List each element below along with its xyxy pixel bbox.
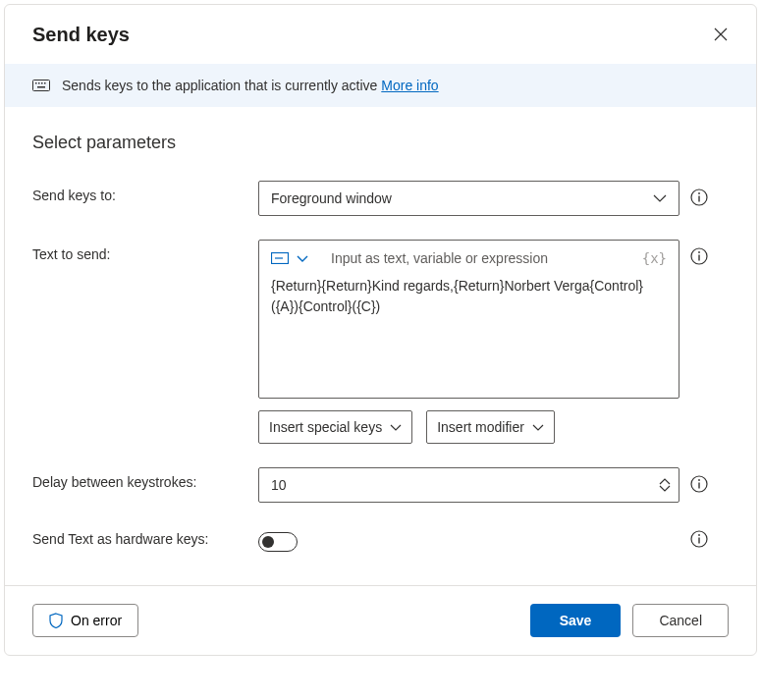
info-icon-text-to-send[interactable] xyxy=(689,246,709,266)
on-error-button[interactable]: On error xyxy=(32,604,138,637)
chevron-down-icon xyxy=(653,194,667,202)
svg-rect-4 xyxy=(44,82,46,84)
info-icon-send-keys-to[interactable] xyxy=(689,188,709,207)
text-placeholder: Input as text, variable or expression xyxy=(316,250,548,266)
chevron-down-icon[interactable] xyxy=(297,255,308,262)
info-icon-delay[interactable] xyxy=(689,474,709,494)
banner-text: Sends keys to the application that is cu… xyxy=(62,78,439,93)
close-icon xyxy=(714,27,728,41)
svg-rect-5 xyxy=(37,86,45,88)
svg-point-15 xyxy=(698,479,700,481)
send-keys-to-label: Send keys to: xyxy=(32,181,248,203)
info-icon-hardware[interactable] xyxy=(689,529,709,549)
hardware-label: Send Text as hardware keys: xyxy=(32,531,248,547)
keyboard-icon xyxy=(32,80,50,91)
svg-point-7 xyxy=(698,192,700,194)
dialog-footer: On error Save Cancel xyxy=(5,585,756,655)
insert-toolbar: Insert special keys Insert modifier xyxy=(258,410,679,444)
text-to-send-input[interactable]: Input as text, variable or expression {x… xyxy=(258,240,679,399)
svg-rect-16 xyxy=(698,483,699,489)
dialog-body: Select parameters Send keys to: Foregrou… xyxy=(5,107,756,585)
svg-point-18 xyxy=(698,534,700,536)
row-hardware-keys: Send Text as hardware keys: xyxy=(32,526,729,552)
chevron-down-icon xyxy=(532,424,544,431)
close-button[interactable] xyxy=(709,23,733,46)
send-keys-dialog: Send keys Sends keys to the application … xyxy=(4,4,757,656)
text-to-send-wrap: Input as text, variable or expression {x… xyxy=(258,240,679,444)
delay-input[interactable]: 10 xyxy=(258,467,679,503)
chevron-up-icon xyxy=(659,478,671,485)
send-keys-to-select[interactable]: Foreground window xyxy=(258,181,679,216)
chevron-down-icon xyxy=(659,485,671,492)
hardware-toggle[interactable] xyxy=(258,532,298,552)
svg-rect-0 xyxy=(33,81,50,91)
save-button[interactable]: Save xyxy=(530,604,622,637)
info-banner: Sends keys to the application that is cu… xyxy=(5,64,756,107)
text-content: {Return}{Return}Kind regards,{Return}Nor… xyxy=(271,276,667,317)
delay-value: 10 xyxy=(271,477,287,493)
text-to-send-label: Text to send: xyxy=(32,240,248,262)
section-title: Select parameters xyxy=(32,133,729,153)
svg-rect-3 xyxy=(41,82,43,84)
chevron-down-icon xyxy=(390,424,402,431)
variable-hint[interactable]: {x} xyxy=(642,250,667,266)
svg-rect-1 xyxy=(35,82,37,84)
dialog-header: Send keys xyxy=(5,5,756,64)
cancel-button[interactable]: Cancel xyxy=(632,604,729,637)
row-text-to-send: Text to send: Input as text, variable or… xyxy=(32,240,729,444)
shield-icon xyxy=(49,613,63,628)
svg-point-12 xyxy=(698,251,700,253)
svg-rect-13 xyxy=(698,255,699,261)
more-info-link[interactable]: More info xyxy=(381,78,438,93)
svg-rect-8 xyxy=(698,196,699,202)
row-send-keys-to: Send keys to: Foreground window xyxy=(32,181,729,216)
delay-spinner[interactable] xyxy=(659,478,671,492)
insert-modifier-dropdown[interactable]: Insert modifier xyxy=(426,410,555,444)
dialog-title: Send keys xyxy=(32,24,130,46)
row-delay: Delay between keystrokes: 10 xyxy=(32,467,729,503)
delay-label: Delay between keystrokes: xyxy=(32,467,248,490)
svg-rect-2 xyxy=(38,82,40,84)
text-field-icon xyxy=(271,252,289,264)
svg-rect-19 xyxy=(698,538,699,544)
send-keys-to-value: Foreground window xyxy=(271,190,392,206)
insert-special-keys-dropdown[interactable]: Insert special keys xyxy=(258,410,412,444)
text-input-header: Input as text, variable or expression {x… xyxy=(271,250,667,266)
